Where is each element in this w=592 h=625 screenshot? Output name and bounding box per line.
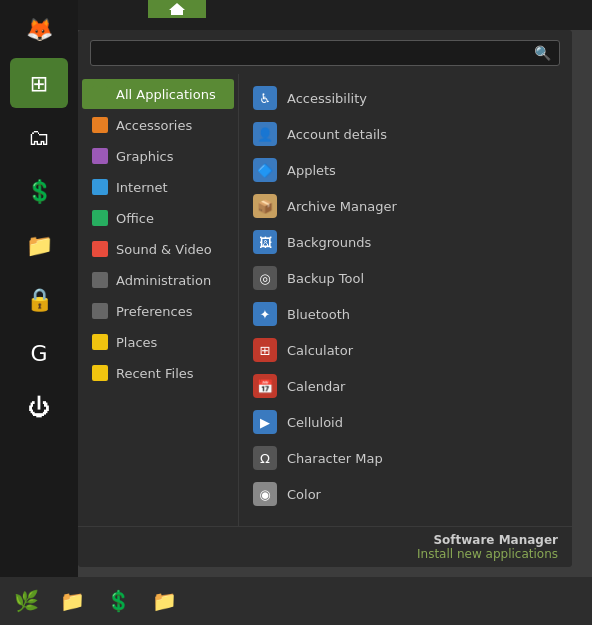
app-label-calculator: Calculator	[287, 343, 353, 358]
app-item-backuptool[interactable]: ◎Backup Tool	[239, 260, 572, 296]
app-label-bluetooth: Bluetooth	[287, 307, 350, 322]
category-recentfiles[interactable]: Recent Files	[82, 358, 234, 388]
category-color-preferences	[92, 303, 108, 319]
sidebar-icon-folder[interactable]: 📁	[10, 220, 68, 270]
category-label-office: Office	[116, 211, 154, 226]
sidebar-icon-files[interactable]: 🗂	[10, 112, 68, 162]
app-item-calculator[interactable]: ⊞Calculator	[239, 332, 572, 368]
category-color-accessories	[92, 117, 108, 133]
taskbar-btn-folder1[interactable]: 📁	[50, 581, 94, 621]
content-area: All ApplicationsAccessoriesGraphicsInter…	[78, 74, 572, 526]
category-label-all: All Applications	[116, 87, 216, 102]
sidebar: 🦊⊞🗂💲📁🔒G⏻	[0, 0, 78, 577]
category-color-all	[92, 86, 108, 102]
app-label-backgrounds: Backgrounds	[287, 235, 371, 250]
sidebar-icon-terminal[interactable]: 💲	[10, 166, 68, 216]
app-icon-applets: 🔷	[253, 158, 277, 182]
software-manager-title: Software Manager	[92, 533, 558, 547]
sidebar-icon-power[interactable]: ⏻	[10, 382, 68, 432]
taskbar: 🌿📁💲📁	[0, 577, 592, 625]
top-strip	[78, 0, 592, 30]
category-color-administration	[92, 272, 108, 288]
app-icon-charactermap: Ω	[253, 446, 277, 470]
category-graphics[interactable]: Graphics	[82, 141, 234, 171]
app-item-archivemanager[interactable]: 📦Archive Manager	[239, 188, 572, 224]
taskbar-btn-terminal1[interactable]: 💲	[96, 581, 140, 621]
category-label-accessories: Accessories	[116, 118, 192, 133]
app-item-charactermap[interactable]: ΩCharacter Map	[239, 440, 572, 476]
category-label-graphics: Graphics	[116, 149, 173, 164]
app-icon-bluetooth: ✦	[253, 302, 277, 326]
category-internet[interactable]: Internet	[82, 172, 234, 202]
search-input-wrap: l 🔍	[90, 40, 560, 66]
category-label-places: Places	[116, 335, 157, 350]
app-item-accountdetails[interactable]: 👤Account details	[239, 116, 572, 152]
sidebar-icon-google[interactable]: G	[10, 328, 68, 378]
menu-panel: l 🔍 All ApplicationsAccessoriesGraphicsI…	[78, 30, 572, 567]
category-color-office	[92, 210, 108, 226]
categories-list: All ApplicationsAccessoriesGraphicsInter…	[78, 74, 238, 526]
app-label-backuptool: Backup Tool	[287, 271, 364, 286]
category-administration[interactable]: Administration	[82, 265, 234, 295]
category-label-administration: Administration	[116, 273, 211, 288]
search-input[interactable]: l	[99, 46, 534, 61]
app-item-color[interactable]: ◉Color	[239, 476, 572, 512]
app-label-calendar: Calendar	[287, 379, 345, 394]
sidebar-icon-lock[interactable]: 🔒	[10, 274, 68, 324]
app-item-accessibility[interactable]: ♿Accessibility	[239, 80, 572, 116]
footer: Software Manager Install new application…	[78, 526, 572, 567]
category-accessories[interactable]: Accessories	[82, 110, 234, 140]
category-preferences[interactable]: Preferences	[82, 296, 234, 326]
app-icon-archivemanager: 📦	[253, 194, 277, 218]
category-places[interactable]: Places	[82, 327, 234, 357]
category-all[interactable]: All Applications	[82, 79, 234, 109]
svg-marker-0	[169, 3, 185, 15]
app-label-color: Color	[287, 487, 321, 502]
app-icon-calculator: ⊞	[253, 338, 277, 362]
home-icon	[167, 2, 187, 16]
install-apps-link[interactable]: Install new applications	[92, 547, 558, 561]
app-icon-color: ◉	[253, 482, 277, 506]
app-label-charactermap: Character Map	[287, 451, 383, 466]
sidebar-icon-firefox[interactable]: 🦊	[10, 4, 68, 54]
app-icon-celluloid: ▶	[253, 410, 277, 434]
category-label-preferences: Preferences	[116, 304, 192, 319]
search-icon[interactable]: 🔍	[534, 45, 551, 61]
category-color-graphics	[92, 148, 108, 164]
home-button[interactable]	[148, 0, 206, 18]
category-label-soundvideo: Sound & Video	[116, 242, 212, 257]
app-item-backgrounds[interactable]: 🖼Backgrounds	[239, 224, 572, 260]
app-icon-accessibility: ♿	[253, 86, 277, 110]
app-label-archivemanager: Archive Manager	[287, 199, 397, 214]
app-item-applets[interactable]: 🔷Applets	[239, 152, 572, 188]
sidebar-icon-apps[interactable]: ⊞	[10, 58, 68, 108]
app-item-bluetooth[interactable]: ✦Bluetooth	[239, 296, 572, 332]
app-label-accountdetails: Account details	[287, 127, 387, 142]
app-label-applets: Applets	[287, 163, 336, 178]
app-icon-backgrounds: 🖼	[253, 230, 277, 254]
app-label-celluloid: Celluloid	[287, 415, 343, 430]
category-label-recentfiles: Recent Files	[116, 366, 194, 381]
category-color-recentfiles	[92, 365, 108, 381]
apps-list: ♿Accessibility👤Account details🔷Applets📦A…	[238, 74, 572, 526]
app-icon-backuptool: ◎	[253, 266, 277, 290]
category-soundvideo[interactable]: Sound & Video	[82, 234, 234, 264]
category-label-internet: Internet	[116, 180, 168, 195]
search-bar: l 🔍	[78, 30, 572, 74]
app-icon-accountdetails: 👤	[253, 122, 277, 146]
app-label-accessibility: Accessibility	[287, 91, 367, 106]
category-office[interactable]: Office	[82, 203, 234, 233]
category-color-soundvideo	[92, 241, 108, 257]
app-item-calendar[interactable]: 📅Calendar	[239, 368, 572, 404]
category-color-internet	[92, 179, 108, 195]
app-item-celluloid[interactable]: ▶Celluloid	[239, 404, 572, 440]
taskbar-btn-folder2[interactable]: 📁	[142, 581, 186, 621]
category-color-places	[92, 334, 108, 350]
app-icon-calendar: 📅	[253, 374, 277, 398]
taskbar-btn-mint[interactable]: 🌿	[4, 581, 48, 621]
